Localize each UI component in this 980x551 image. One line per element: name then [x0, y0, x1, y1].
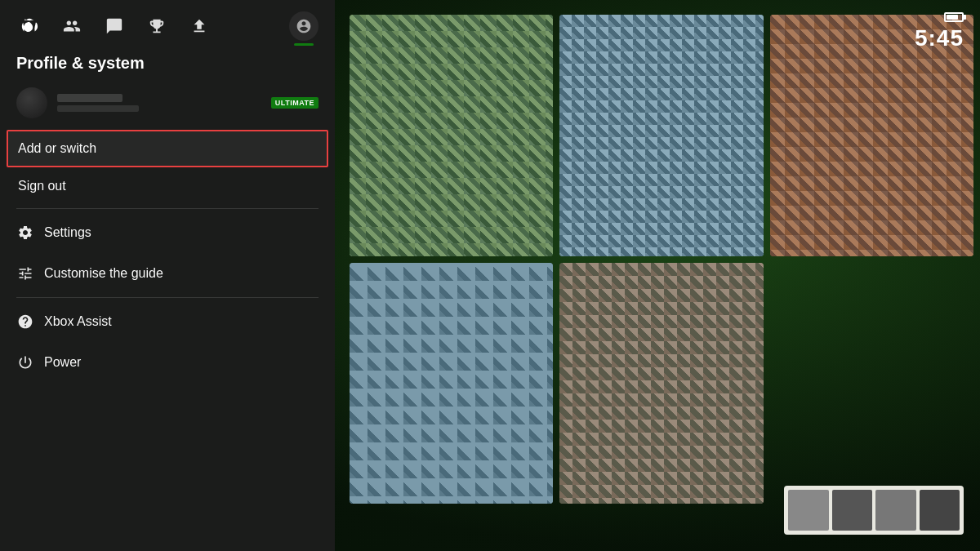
user-info: [57, 94, 261, 112]
power-icon: [16, 353, 34, 371]
people-svg: [63, 17, 81, 35]
nav-profile-icon[interactable]: [289, 11, 318, 41]
thumb-3: [875, 490, 916, 531]
xbox-assist-label: Xbox Assist: [44, 314, 112, 329]
gear-icon: [16, 224, 34, 242]
user-name-blur: [57, 94, 122, 102]
share-svg: [190, 17, 208, 35]
xbox-logo-svg: [20, 17, 38, 35]
battery-body: [944, 12, 964, 22]
battery-fill: [947, 15, 958, 20]
sign-out-item[interactable]: Sign out: [0, 167, 335, 205]
nav-share-icon[interactable]: [186, 13, 212, 39]
add-or-switch-label: Add or switch: [18, 141, 96, 156]
game-tile-5: [559, 263, 763, 504]
panel-title: Profile & system: [0, 47, 335, 82]
power-label: Power: [44, 355, 81, 370]
nav-trophy-icon[interactable]: [144, 13, 170, 39]
battery-icon: [944, 12, 964, 22]
thumb-2: [832, 490, 873, 531]
trophy-svg: [148, 17, 166, 35]
thumb-1: [788, 490, 829, 531]
game-tile-1: [350, 15, 553, 256]
divider-1: [16, 208, 318, 209]
nav-xbox-icon[interactable]: [16, 13, 42, 39]
customise-guide-item[interactable]: Customise the guide: [0, 253, 335, 294]
game-tile-2: [559, 15, 763, 256]
customise-guide-label: Customise the guide: [44, 266, 163, 281]
nav-chat-icon[interactable]: [101, 13, 127, 39]
game-tile-4: [350, 263, 553, 504]
hud: 5:45: [915, 12, 964, 51]
user-avatar: [16, 87, 47, 118]
power-item[interactable]: Power: [0, 342, 335, 383]
bottom-thumbnail: [784, 486, 964, 535]
chat-svg: [105, 17, 123, 35]
nav-people-icon[interactable]: [59, 13, 85, 39]
help-icon: [16, 313, 34, 331]
nav-icons-row: [0, 0, 335, 47]
profile-avatar-svg: [296, 18, 312, 34]
settings-label: Settings: [44, 225, 91, 240]
xbox-assist-item[interactable]: Xbox Assist: [0, 301, 335, 342]
ultimate-badge: ULTIMATE: [271, 97, 318, 109]
settings-item[interactable]: Settings: [0, 212, 335, 253]
game-tiles: [343, 8, 980, 510]
add-or-switch-item[interactable]: Add or switch: [7, 130, 328, 167]
thumb-4: [920, 490, 960, 531]
side-panel: Profile & system ULTIMATE Add or switch …: [0, 0, 335, 551]
customise-icon: [16, 264, 34, 282]
gamertag-blur: [57, 105, 139, 112]
user-profile-section: ULTIMATE: [0, 82, 335, 130]
sign-out-label: Sign out: [18, 179, 66, 193]
divider-2: [16, 297, 318, 298]
time-display: 5:45: [915, 25, 964, 51]
